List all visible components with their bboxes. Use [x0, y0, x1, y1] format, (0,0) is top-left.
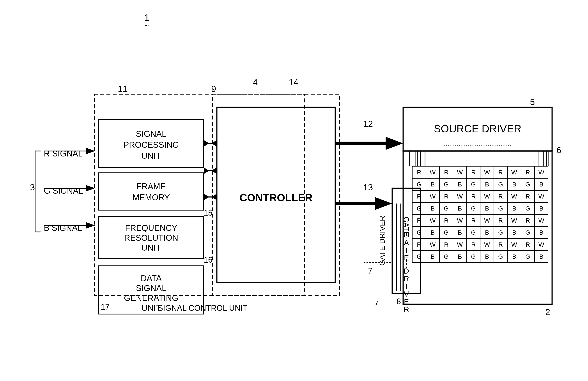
gate-driver-label2: G — [403, 231, 409, 239]
svg-text:R: R — [498, 217, 503, 224]
svg-text:G: G — [444, 181, 449, 188]
svg-text:W: W — [511, 193, 517, 200]
svg-text:G: G — [417, 205, 421, 212]
svg-marker-24 — [204, 194, 209, 200]
svg-text:I: I — [405, 282, 407, 290]
svg-text:R: R — [404, 305, 409, 313]
ref9-label: 9 — [211, 84, 216, 94]
ref3-label: 3 — [30, 183, 35, 192]
svg-text:R: R — [471, 169, 476, 176]
svg-text:G: G — [498, 205, 503, 212]
svg-text:W: W — [430, 241, 436, 248]
frequency-resolution-unit-label: FREQUENCY — [125, 223, 177, 233]
svg-text:W: W — [511, 241, 517, 248]
svg-text:B: B — [458, 205, 462, 212]
svg-text:B: B — [512, 253, 516, 260]
svg-text:R: R — [444, 169, 448, 176]
svg-text:G: G — [417, 253, 421, 260]
svg-text:R: R — [498, 241, 503, 248]
svg-text:R: R — [444, 193, 448, 200]
svg-text:B: B — [431, 181, 435, 188]
svg-text:G: G — [498, 253, 503, 260]
svg-text:V: V — [404, 290, 409, 298]
svg-text:W: W — [484, 169, 490, 176]
ref11-label: 11 — [118, 84, 128, 94]
svg-text:W: W — [430, 217, 436, 224]
svg-text:W: W — [484, 241, 490, 248]
svg-text:MEMORY: MEMORY — [132, 193, 170, 202]
diagram-container: 1 ~ 3 R SIGNAL G SIGNAL B SIGNAL 11 SIGN… — [0, 0, 588, 381]
svg-marker-27 — [386, 137, 403, 150]
svg-text:G: G — [471, 253, 476, 260]
svg-text:B: B — [512, 181, 516, 188]
svg-text:W: W — [539, 193, 545, 200]
svg-text:E: E — [404, 297, 409, 306]
svg-text:B: B — [512, 229, 516, 236]
svg-text:B: B — [539, 229, 544, 236]
svg-text:GENERATING: GENERATING — [124, 293, 178, 303]
svg-marker-25 — [211, 194, 217, 200]
source-driver-label: SOURCE DRIVER — [434, 123, 521, 134]
svg-text:B: B — [485, 205, 489, 212]
svg-text:W: W — [484, 193, 490, 200]
svg-text:G: G — [525, 253, 530, 260]
svg-text:G: G — [471, 181, 476, 188]
svg-text:G: G — [417, 181, 421, 188]
ref14-label: 14 — [289, 77, 299, 87]
svg-text:B: B — [458, 253, 462, 260]
svg-text:G: G — [498, 181, 503, 188]
svg-text:B: B — [458, 181, 462, 188]
svg-text:W: W — [539, 217, 545, 224]
svg-text:G: G — [444, 253, 449, 260]
svg-text:G: G — [471, 205, 476, 212]
r-signal-label: R SIGNAL — [44, 149, 83, 158]
svg-text:G: G — [444, 229, 449, 236]
svg-text:R: R — [404, 274, 409, 283]
svg-marker-18 — [204, 140, 209, 147]
ref6-label: 6 — [556, 145, 561, 155]
controller-label: CONTROLLER — [239, 192, 312, 204]
ref5-label: 5 — [530, 97, 535, 107]
svg-text:W: W — [430, 169, 436, 176]
ref17-label: 17 — [101, 303, 109, 311]
gate-driver-text: GATE DRIVER — [378, 216, 386, 266]
svg-text:R: R — [471, 241, 476, 248]
svg-text:W: W — [539, 169, 545, 176]
svg-text:R: R — [525, 169, 530, 176]
signal-control-unit-label: SIGNAL CONTROL UNIT — [158, 304, 247, 312]
svg-text:R: R — [444, 217, 448, 224]
svg-text:G: G — [525, 205, 530, 212]
svg-text:G: G — [525, 181, 530, 188]
ref7-label: 7 — [374, 299, 378, 308]
svg-text:G: G — [444, 205, 449, 212]
svg-text:B: B — [431, 205, 435, 212]
svg-text:B: B — [458, 229, 462, 236]
svg-text:SIGNAL: SIGNAL — [136, 284, 166, 293]
svg-text:B: B — [431, 229, 435, 236]
svg-text:R: R — [525, 217, 530, 224]
svg-text:UNIT: UNIT — [142, 151, 161, 160]
svg-text:B: B — [539, 205, 544, 212]
svg-text:G: G — [498, 229, 503, 236]
svg-text:R: R — [417, 217, 421, 224]
svg-text:W: W — [457, 241, 463, 248]
svg-text:R: R — [471, 217, 476, 224]
svg-text:PROCESSING: PROCESSING — [123, 140, 179, 150]
svg-text:B: B — [431, 253, 435, 260]
svg-text:R: R — [525, 193, 530, 200]
ref7-text: 7 — [368, 266, 372, 275]
source-driver-dots: ..................................... — [444, 140, 511, 147]
svg-text:B: B — [485, 229, 489, 236]
svg-text:W: W — [511, 169, 517, 176]
svg-text:B: B — [512, 205, 516, 212]
svg-text:W: W — [457, 193, 463, 200]
svg-text:R: R — [444, 241, 448, 248]
gate-ellipsis: ⋮ — [401, 258, 412, 269]
svg-text:W: W — [430, 193, 436, 200]
figure-tilde: ~ — [144, 21, 149, 30]
svg-text:B: B — [539, 253, 544, 260]
svg-text:G: G — [525, 229, 530, 236]
svg-text:R: R — [498, 193, 503, 200]
ref2-label: 2 — [545, 307, 550, 317]
svg-text:RESOLUTION: RESOLUTION — [124, 233, 178, 243]
